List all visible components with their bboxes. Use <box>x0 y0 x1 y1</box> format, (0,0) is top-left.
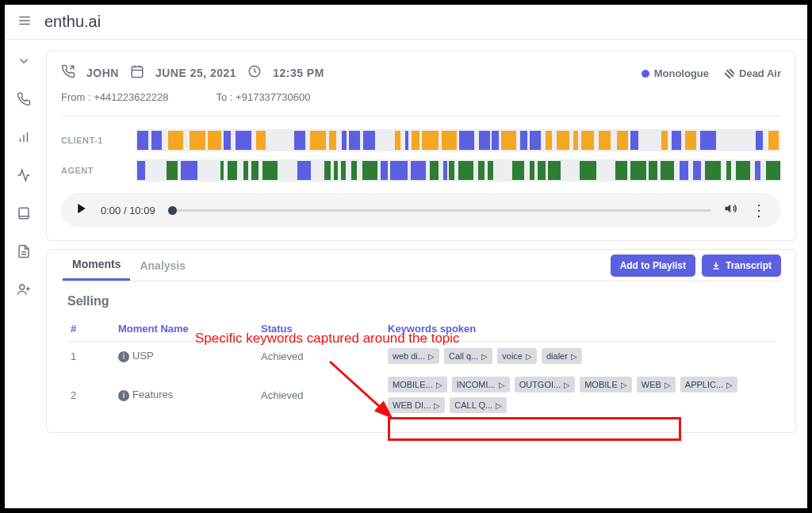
caller-name: JOHN <box>86 67 119 79</box>
chevron-down-icon[interactable] <box>17 54 31 71</box>
activity-icon[interactable] <box>17 168 31 186</box>
play-icon: ▷ <box>499 381 505 389</box>
file-icon[interactable] <box>17 244 31 262</box>
annotation-highlight <box>388 417 681 441</box>
play-icon: ▷ <box>571 352 577 361</box>
keyword-chip[interactable]: CALL Q...▷ <box>450 397 507 413</box>
play-icon: ▷ <box>726 381 733 389</box>
keyword-chip[interactable]: Call q...▷ <box>444 348 492 364</box>
svg-rect-6 <box>19 208 29 219</box>
keyword-chip[interactable]: APPLIC...▷ <box>680 377 737 392</box>
track-client[interactable] <box>136 129 781 151</box>
tab-analysis[interactable]: Analysis <box>130 251 195 280</box>
play-icon: ▷ <box>436 381 442 389</box>
keyword-chip[interactable]: dialer▷ <box>542 348 582 364</box>
svg-marker-19 <box>78 204 85 213</box>
play-icon: ▷ <box>621 381 627 389</box>
keyword-chip[interactable]: voice▷ <box>497 348 537 364</box>
info-icon[interactable]: i <box>118 351 129 362</box>
svg-marker-20 <box>726 205 731 213</box>
bar-chart-icon[interactable] <box>17 130 31 147</box>
phone-out-icon <box>61 64 75 82</box>
track-agent-label: AGENT <box>61 166 124 175</box>
svg-point-10 <box>20 285 25 289</box>
info-icon[interactable]: i <box>118 390 129 401</box>
more-icon[interactable]: ⋮ <box>751 202 767 218</box>
calendar-icon <box>130 64 144 82</box>
play-icon: ▷ <box>496 401 502 410</box>
table-row: 2iFeaturesAchievedMOBILE...▷INCOMI...▷OU… <box>67 370 775 419</box>
annotation-arrow <box>322 354 401 425</box>
track-agent[interactable] <box>136 159 781 182</box>
audio-player: 0:00 / 10:09 ⋮ <box>61 193 781 228</box>
keyword-chip[interactable]: WEB▷ <box>637 377 676 392</box>
track-client-label: CLIENT-1 <box>61 136 124 145</box>
phone-icon[interactable] <box>17 92 31 109</box>
call-time: 12:35 PM <box>273 67 324 79</box>
section-title: Selling <box>67 294 775 308</box>
call-date: JUNE 25, 2021 <box>155 67 236 79</box>
play-icon: ▷ <box>526 352 532 361</box>
hamburger-icon[interactable] <box>17 13 32 31</box>
to-number: To : +917337730600 <box>216 91 311 103</box>
clock-icon <box>247 64 262 82</box>
svg-line-23 <box>330 362 389 415</box>
keyword-chip[interactable]: MOBILE▷ <box>580 377 632 392</box>
keyword-chip[interactable]: INCOMI...▷ <box>452 377 510 392</box>
play-icon: ▷ <box>481 352 488 361</box>
tab-moments[interactable]: Moments <box>63 250 130 281</box>
add-to-playlist-button[interactable]: Add to Playlist <box>611 255 695 277</box>
play-icon: ▷ <box>564 381 570 389</box>
legend-monologue: Monologue <box>642 67 709 79</box>
audio-time: 0:00 / 10:09 <box>101 205 155 216</box>
svg-rect-14 <box>132 67 143 78</box>
play-icon: ▷ <box>428 352 435 361</box>
book-icon[interactable] <box>17 206 31 224</box>
call-summary-card: JOHN JUNE 25, 2021 12:35 PM Monologue De… <box>46 51 796 241</box>
transcript-button[interactable]: Transcript <box>702 255 781 277</box>
sidebar <box>5 40 43 508</box>
keyword-chip[interactable]: OUTGOI...▷ <box>515 377 576 392</box>
play-icon[interactable] <box>75 202 88 218</box>
play-icon: ▷ <box>434 401 440 410</box>
annotation-text: Specific keywords captured around the to… <box>195 330 488 347</box>
audio-seek[interactable] <box>168 209 711 212</box>
users-icon[interactable] <box>17 282 31 300</box>
from-number: From : +441223622228 <box>61 91 169 103</box>
play-icon: ▷ <box>665 381 671 389</box>
legend-deadair: Dead Air <box>725 67 781 79</box>
brand-title: enthu.ai <box>44 13 101 31</box>
volume-icon[interactable] <box>724 201 738 219</box>
